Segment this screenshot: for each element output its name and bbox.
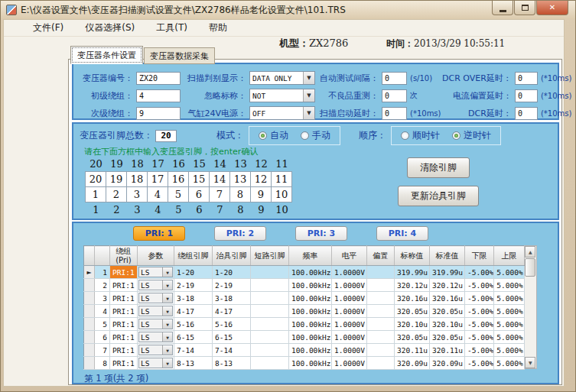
row-2-freq[interactable]: 100.00kHz [289, 279, 332, 292]
dcr-over-delay-input[interactable] [515, 72, 538, 85]
row-4-bias[interactable] [367, 305, 395, 318]
row-6-nominal[interactable]: 320.05u [395, 331, 430, 344]
row-8-upper[interactable]: 5.000% [494, 357, 525, 370]
row-6-short-pins[interactable] [251, 331, 289, 344]
row-5-upper[interactable]: 5.000% [494, 318, 525, 331]
row-2-short-pins[interactable] [251, 279, 289, 292]
current-bias-delay-input[interactable] [515, 89, 538, 102]
pin-top-input-15[interactable]: 15 [188, 171, 210, 187]
row-7-nominal[interactable]: 320.11u [395, 344, 430, 357]
row-6-param-select[interactable]: LS▼ [138, 332, 173, 342]
row-2-number[interactable]: 2 [95, 279, 110, 292]
row-5-short-pins[interactable] [251, 318, 289, 331]
row-4-winding[interactable]: PRI:1 [110, 305, 138, 318]
row-4-upper[interactable]: 5.000% [494, 305, 525, 318]
row-3-short-pins[interactable] [251, 292, 289, 305]
menu-item-tools[interactable]: 工具(T) [145, 20, 198, 36]
row-1-winding[interactable]: PRI:1 [110, 266, 138, 279]
row-3-bias[interactable] [367, 292, 395, 305]
row-4-number[interactable]: 4 [95, 305, 110, 318]
row-1-freq[interactable]: 100.00kHz [289, 266, 332, 279]
mode-radio-手动[interactable]: 手动 [301, 129, 330, 142]
pin-bottom-input-1[interactable]: 1 [85, 186, 106, 202]
row-1-short-pins[interactable] [251, 266, 289, 279]
row-5-winding-pins[interactable]: 5-16 [174, 318, 213, 331]
pin-bottom-input-5[interactable]: 5 [168, 186, 189, 202]
row-8-bias[interactable] [367, 357, 395, 370]
row-7-bias[interactable] [367, 344, 395, 357]
scroll-up-icon[interactable]: ▲ [525, 246, 535, 258]
row-2-winding[interactable]: PRI:1 [110, 279, 138, 292]
row-6-bias[interactable] [367, 331, 395, 344]
row-2-level[interactable]: 1.0000V [332, 279, 367, 292]
row-3-fixture-pins[interactable]: 3-18 [213, 292, 251, 305]
close-button[interactable]: ✕ [536, 1, 568, 15]
row-1-fixture-pins[interactable]: 1-20 [213, 266, 251, 279]
row-6-winding-pins[interactable]: 6-15 [174, 331, 213, 344]
row-5-fixture-pins[interactable]: 5-16 [213, 318, 251, 331]
row-6-standard[interactable]: 320.05u [430, 331, 465, 344]
pri-tab-4[interactable]: PRI: 4 [376, 226, 428, 241]
row-3-winding[interactable]: PRI:1 [110, 292, 138, 305]
row-8-level[interactable]: 1.0000V [332, 357, 367, 370]
row-1-standard[interactable]: 319.99u [430, 266, 465, 279]
pin-top-input-20[interactable]: 20 [85, 171, 106, 187]
tab-condition-settings[interactable]: 变压器条件设置 [70, 46, 143, 64]
row-1-winding-pins[interactable]: 1-20 [174, 266, 213, 279]
row-8-param-select[interactable]: LS▼ [138, 358, 173, 368]
pin-top-input-14[interactable]: 14 [209, 171, 230, 187]
row-2-selector[interactable] [84, 279, 95, 292]
menu-item-instrument-select[interactable]: 仪器选择(S) [74, 20, 145, 36]
tab-data-acquisition[interactable]: 变压器数据采集 [144, 47, 215, 64]
row-3-lower[interactable]: -5.00% [465, 292, 494, 305]
row-5-param-select[interactable]: LS▼ [138, 319, 173, 329]
row-7-upper[interactable]: 5.000% [494, 344, 525, 357]
pin-top-input-17[interactable]: 17 [147, 171, 168, 187]
row-6-selector[interactable] [84, 331, 95, 344]
table-vscroll[interactable]: ▲ ▼ [525, 245, 537, 369]
row-2-winding-pins[interactable]: 2-19 [174, 279, 213, 292]
scan-start-delay-input[interactable] [382, 107, 407, 120]
pin-bottom-input-8[interactable]: 8 [229, 186, 251, 202]
row-5-winding[interactable]: PRI:1 [110, 318, 138, 331]
row-8-winding[interactable]: PRI:1 [110, 357, 138, 370]
pin-bottom-input-7[interactable]: 7 [209, 186, 230, 202]
mode-radio-自动[interactable]: 自动 [259, 129, 288, 142]
row-8-standard[interactable]: 320.09u [430, 357, 465, 370]
pin-total-input[interactable] [155, 130, 177, 142]
row-1-bias[interactable] [367, 266, 395, 279]
row-8-winding-pins[interactable]: 8-13 [174, 357, 213, 370]
row-8-freq[interactable]: 100.00kHz [289, 357, 332, 370]
order-radio-顺时针[interactable]: 顺时针 [401, 129, 440, 142]
row-5-level[interactable]: 1.0000V [332, 318, 367, 331]
ignore-nominal-select[interactable]: NOT ▼ [249, 89, 315, 102]
row-7-short-pins[interactable] [251, 344, 289, 357]
row-5-number[interactable]: 5 [95, 318, 110, 331]
row-5-bias[interactable] [367, 318, 395, 331]
transformer-id-input[interactable] [136, 72, 181, 85]
row-6-upper[interactable]: 5.000% [494, 331, 525, 344]
clear-pins-button[interactable]: 清除引脚 [407, 157, 470, 178]
row-5-standard[interactable]: 320.10u [430, 318, 465, 331]
update-fixture-pins-button[interactable]: 更新治具引脚 [398, 186, 479, 206]
row-3-level[interactable]: 1.0000V [332, 292, 367, 305]
row-5-lower[interactable]: -5.00% [465, 318, 494, 331]
row-3-winding-pins[interactable]: 3-18 [174, 292, 213, 305]
row-7-winding[interactable]: PRI:1 [110, 344, 138, 357]
row-3-number[interactable]: 3 [95, 292, 110, 305]
row-3-selector[interactable] [84, 292, 95, 305]
row-7-fixture-pins[interactable]: 7-14 [213, 344, 251, 357]
row-4-short-pins[interactable] [251, 305, 289, 318]
row-8-short-pins[interactable] [251, 357, 289, 370]
row-7-lower[interactable]: -5.00% [465, 344, 494, 357]
row-7-selector[interactable] [84, 344, 95, 357]
order-radio-逆时针[interactable]: 逆时针 [452, 129, 491, 142]
pri-tab-1[interactable]: PRI: 1 [133, 226, 185, 241]
row-7-level[interactable]: 1.0000V [332, 344, 367, 357]
row-6-number[interactable]: 6 [95, 331, 110, 344]
secondary-winding-input[interactable] [136, 107, 181, 120]
pin-bottom-input-3[interactable]: 3 [126, 186, 148, 202]
row-8-lower[interactable]: -5.00% [465, 357, 494, 370]
row-3-param-select[interactable]: LS▼ [138, 293, 173, 303]
dcr-delay-input[interactable] [515, 107, 538, 120]
